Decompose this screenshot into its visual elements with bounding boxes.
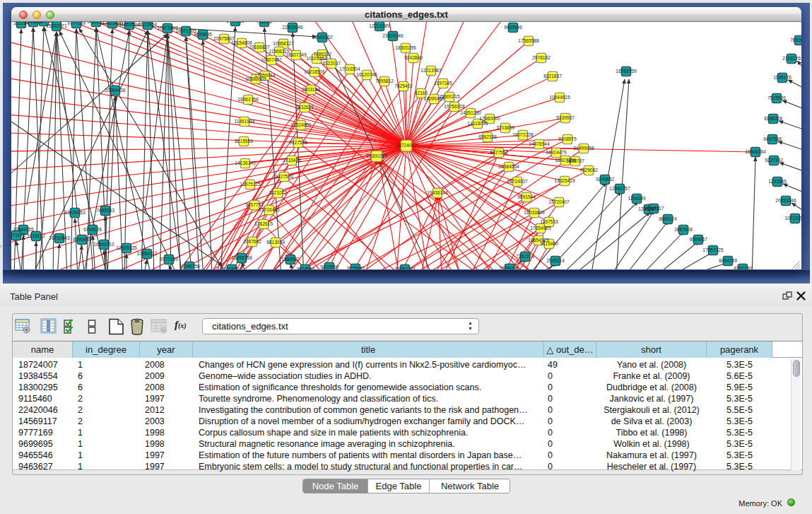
svg-text:8321837: 8321837 bbox=[543, 74, 562, 78]
svg-text:25300215: 25300215 bbox=[439, 94, 460, 99]
svg-text:12213987: 12213987 bbox=[420, 68, 442, 73]
svg-text:5339937: 5339937 bbox=[556, 115, 575, 120]
svg-text:10688609: 10688609 bbox=[245, 76, 266, 81]
svg-text:12444155: 12444155 bbox=[13, 227, 34, 232]
svg-text:17975115: 17975115 bbox=[240, 182, 261, 187]
svg-text:22420046: 22420046 bbox=[282, 25, 303, 30]
svg-text:8454749: 8454749 bbox=[719, 258, 737, 263]
svg-text:16782759: 16782759 bbox=[616, 69, 637, 74]
svg-text:2718176: 2718176 bbox=[782, 56, 801, 61]
svg-text:10807487: 10807487 bbox=[261, 57, 282, 62]
svg-text:6497568: 6497568 bbox=[763, 136, 782, 141]
svg-text:11451944: 11451944 bbox=[235, 119, 255, 124]
svg-text:8471676: 8471676 bbox=[11, 233, 25, 238]
svg-text:16640910: 16640910 bbox=[93, 242, 114, 247]
svg-text:9245652: 9245652 bbox=[596, 177, 614, 182]
svg-text:2978182: 2978182 bbox=[532, 55, 551, 60]
svg-text:1221545: 1221545 bbox=[768, 179, 787, 184]
svg-text:14351230: 14351230 bbox=[460, 110, 481, 115]
svg-text:14476944: 14476944 bbox=[529, 141, 550, 146]
svg-text:2087682: 2087682 bbox=[243, 239, 261, 244]
svg-text:9242848: 9242848 bbox=[404, 55, 423, 60]
svg-text:17957225: 17957225 bbox=[702, 247, 724, 252]
svg-text:1154349: 1154349 bbox=[628, 196, 646, 201]
svg-text:16914479: 16914479 bbox=[546, 150, 567, 155]
svg-text:12505135: 12505135 bbox=[116, 245, 137, 250]
svg-text:9891544: 9891544 bbox=[517, 194, 536, 199]
svg-text:23420046: 23420046 bbox=[382, 33, 404, 38]
svg-text:21499058: 21499058 bbox=[573, 146, 594, 151]
svg-text:1733426: 1733426 bbox=[283, 158, 301, 163]
svg-text:19436144: 19436144 bbox=[427, 190, 448, 195]
svg-text:19756928: 19756928 bbox=[444, 104, 465, 109]
svg-text:16120746: 16120746 bbox=[356, 72, 377, 77]
svg-text:8860124: 8860124 bbox=[659, 216, 677, 221]
svg-text:2935114: 2935114 bbox=[546, 258, 565, 263]
svg-text:7632621: 7632621 bbox=[295, 105, 314, 110]
svg-text:10107552: 10107552 bbox=[306, 56, 327, 61]
svg-text:15692971: 15692971 bbox=[46, 23, 67, 28]
svg-text:14569117: 14569117 bbox=[644, 206, 664, 211]
svg-text:1197345: 1197345 bbox=[434, 81, 452, 86]
svg-text:17565588: 17565588 bbox=[518, 38, 539, 43]
svg-text:9465546: 9465546 bbox=[504, 25, 522, 30]
svg-text:3675685: 3675685 bbox=[346, 266, 365, 269]
svg-text:14118095: 14118095 bbox=[468, 121, 488, 126]
svg-text:4929082: 4929082 bbox=[579, 168, 598, 173]
svg-text:19166827: 19166827 bbox=[249, 45, 270, 49]
svg-text:7357224: 7357224 bbox=[516, 254, 534, 259]
svg-text:8215953: 8215953 bbox=[235, 139, 253, 144]
svg-text:9308575: 9308575 bbox=[558, 136, 577, 141]
svg-text:15751074: 15751074 bbox=[394, 267, 416, 269]
svg-text:11353594: 11353594 bbox=[119, 22, 140, 27]
svg-text:9777169: 9777169 bbox=[160, 257, 178, 262]
svg-text:7955812: 7955812 bbox=[375, 78, 394, 83]
svg-text:25300215: 25300215 bbox=[366, 153, 387, 158]
svg-text:62160: 62160 bbox=[415, 90, 428, 95]
svg-text:17016504: 17016504 bbox=[339, 66, 360, 71]
svg-text:16495758: 16495758 bbox=[231, 255, 252, 260]
svg-text:16648784: 16648784 bbox=[745, 149, 766, 154]
svg-text:18724007: 18724007 bbox=[507, 179, 528, 184]
svg-text:17654925: 17654925 bbox=[530, 226, 551, 230]
svg-text:7386322: 7386322 bbox=[313, 52, 331, 57]
svg-text:9115460: 9115460 bbox=[540, 241, 558, 246]
svg-text:7515526: 7515526 bbox=[767, 95, 786, 100]
svg-text:7625402: 7625402 bbox=[394, 83, 413, 88]
svg-text:18724007: 18724007 bbox=[396, 143, 417, 148]
svg-text:14136141: 14136141 bbox=[235, 160, 256, 165]
svg-text:16072228: 16072228 bbox=[512, 132, 534, 137]
svg-text:17660000: 17660000 bbox=[479, 116, 500, 121]
svg-text:10958127: 10958127 bbox=[273, 41, 294, 46]
svg-text:746266: 746266 bbox=[257, 22, 272, 24]
svg-text:1621072: 1621072 bbox=[269, 190, 287, 195]
svg-text:18300295: 18300295 bbox=[395, 45, 416, 50]
svg-text:12942757: 12942757 bbox=[609, 186, 630, 191]
svg-text:16543362: 16543362 bbox=[312, 35, 333, 40]
svg-text:2803144: 2803144 bbox=[302, 87, 320, 92]
svg-text:9327505: 9327505 bbox=[289, 140, 307, 145]
svg-text:10719155: 10719155 bbox=[784, 216, 801, 221]
svg-text:8427552: 8427552 bbox=[490, 150, 508, 155]
svg-text:6794028: 6794028 bbox=[83, 227, 102, 232]
svg-text:8813054: 8813054 bbox=[266, 240, 285, 245]
svg-text:9329966: 9329966 bbox=[320, 264, 339, 269]
svg-text:8186328: 8186328 bbox=[764, 116, 782, 121]
svg-text:25260650: 25260650 bbox=[499, 266, 520, 269]
svg-text:8912954: 8912954 bbox=[139, 22, 157, 27]
svg-text:6638767: 6638767 bbox=[566, 158, 584, 163]
svg-text:1588520: 1588520 bbox=[281, 257, 300, 262]
svg-text:20364436: 20364436 bbox=[105, 88, 126, 93]
svg-text:9084067: 9084067 bbox=[689, 237, 707, 242]
svg-text:16210643: 16210643 bbox=[49, 235, 70, 240]
svg-text:10046756: 10046756 bbox=[179, 264, 200, 269]
svg-text:20206516: 20206516 bbox=[221, 267, 242, 269]
svg-text:3624554: 3624554 bbox=[296, 267, 314, 269]
svg-text:1362615: 1362615 bbox=[254, 221, 273, 226]
svg-text:2867608: 2867608 bbox=[674, 227, 693, 232]
svg-text:18807249: 18807249 bbox=[286, 52, 307, 57]
svg-text:13226053: 13226053 bbox=[64, 210, 86, 215]
svg-text:20053346: 20053346 bbox=[775, 198, 796, 203]
svg-text:1095176: 1095176 bbox=[773, 75, 792, 80]
svg-text:7485063: 7485063 bbox=[96, 208, 114, 213]
